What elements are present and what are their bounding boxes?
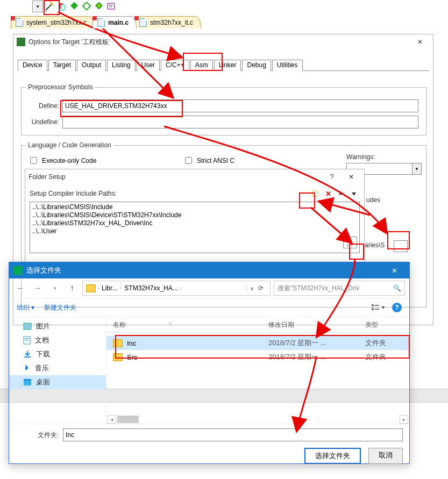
- svg-rect-18: [25, 338, 29, 339]
- folder-setup-dialog: Folder Setup ? ✕ Setup Compiler Include …: [25, 169, 365, 267]
- define-input[interactable]: [62, 99, 418, 112]
- svg-point-8: [109, 5, 110, 6]
- nav-up-icon[interactable]: ↑: [65, 281, 79, 295]
- horizontal-scrollbar[interactable]: ◂▸: [106, 415, 409, 424]
- breadcrumb[interactable]: Libr...: [102, 284, 117, 292]
- svg-rect-16: [24, 323, 31, 330]
- svg-rect-20: [24, 356, 31, 358]
- sidebar-item[interactable]: 文档: [9, 333, 106, 347]
- svg-point-0: [51, 3, 53, 5]
- svg-rect-13: [375, 305, 379, 306]
- path-entry[interactable]: ..\..\User: [32, 227, 357, 235]
- define-label: Define:: [31, 102, 59, 110]
- tab-user[interactable]: User: [137, 60, 160, 71]
- strict-ansi-checkbox[interactable]: Strict ANSI C: [183, 155, 234, 166]
- sidebar-item[interactable]: 下载: [9, 347, 106, 361]
- svg-point-9: [111, 5, 112, 6]
- app-icon: [13, 266, 22, 275]
- new-folder-button[interactable]: 新建文件夹: [44, 303, 76, 312]
- organize-menu[interactable]: 组织 ▾: [17, 303, 34, 312]
- palette-icon[interactable]: [105, 1, 117, 12]
- svg-rect-11: [312, 191, 318, 196]
- tab-utilities[interactable]: Utilities: [272, 60, 303, 71]
- warnings-label: Warnings:: [346, 153, 375, 161]
- column-header[interactable]: 类型: [365, 320, 403, 330]
- cancel-button[interactable]: 取消: [368, 448, 403, 464]
- tab-output[interactable]: Output: [77, 60, 106, 71]
- tab-ccpp[interactable]: C/C++: [161, 60, 189, 71]
- file-tab[interactable]: stm32h7xx_it.c: [134, 16, 201, 28]
- c-file-icon: [139, 18, 147, 27]
- help-icon[interactable]: ?: [322, 170, 342, 183]
- search-icon: 🔍: [393, 284, 401, 292]
- svg-point-10: [110, 6, 111, 8]
- select-folder-button[interactable]: 选择文件夹: [304, 448, 361, 464]
- file-tab-label: stm32h7xx_it.c: [150, 19, 193, 26]
- sidebar: 图片 文档 下载 音乐 桌面: [9, 317, 106, 424]
- close-icon[interactable]: ✕: [383, 262, 405, 278]
- wand-icon[interactable]: [44, 1, 55, 12]
- view-menu[interactable]: ▼: [371, 304, 386, 311]
- move-up-icon[interactable]: [335, 188, 347, 199]
- new-path-icon[interactable]: [309, 188, 321, 199]
- close-icon[interactable]: ✕: [410, 35, 430, 48]
- move-down-icon[interactable]: [348, 188, 360, 199]
- folder-name-input[interactable]: [63, 428, 403, 441]
- svg-rect-4: [83, 2, 90, 10]
- folder-row[interactable]: Inc 2018/7/2 星期一 ... 文件夹: [106, 336, 409, 350]
- folder-icon: [86, 284, 96, 292]
- tab-listing[interactable]: Listing: [107, 60, 136, 71]
- help-icon[interactable]: ?: [392, 303, 402, 312]
- close-icon[interactable]: ✕: [342, 170, 361, 183]
- folder-icon: [113, 339, 123, 347]
- file-tab-strip: system_stm32h7xx.c main.c stm32h7xx_it.c: [11, 16, 199, 28]
- folder-row[interactable]: Src 2018/7/2 星期一 ... 文件夹: [106, 350, 409, 364]
- tab-device[interactable]: Device: [18, 60, 47, 71]
- svg-rect-14: [372, 308, 374, 310]
- c-file-icon: [97, 18, 105, 27]
- path-entry[interactable]: ..\..\Libraries\STM32H7xx_HAL_Driver\Inc: [32, 219, 357, 227]
- include-paths-browse-button[interactable]: ...: [394, 240, 408, 252]
- sidebar-item[interactable]: 音乐: [9, 361, 106, 375]
- undefine-input[interactable]: [62, 116, 418, 128]
- dialog-title: Folder Setup: [29, 173, 66, 181]
- svg-rect-19: [25, 340, 29, 340]
- tab-target[interactable]: Target: [48, 60, 76, 71]
- path-browse-button[interactable]: ...: [343, 237, 357, 248]
- include-paths-list[interactable]: ..\..\Libraries\CMSIS\Include ..\..\Libr…: [30, 202, 360, 253]
- delete-path-icon[interactable]: ✕: [322, 188, 334, 199]
- path-entry[interactable]: ..\..\Libraries\CMSIS\Include: [32, 203, 357, 211]
- c-file-icon: [16, 18, 23, 27]
- diamond-outline-icon[interactable]: [81, 1, 93, 12]
- execute-only-checkbox[interactable]: Execute-only Code: [28, 155, 96, 166]
- nav-back-icon[interactable]: ←: [13, 281, 27, 295]
- tab-debug[interactable]: Debug: [242, 60, 271, 71]
- include-paths-label-tail: udes: [366, 196, 380, 204]
- toolbar-dropdown[interactable]: ▾: [32, 1, 43, 12]
- nav-recent-icon[interactable]: ▾: [48, 281, 62, 295]
- files-icon[interactable]: [56, 1, 68, 12]
- column-header[interactable]: 名称: [113, 321, 126, 328]
- file-tab[interactable]: main.c: [93, 16, 137, 28]
- file-tab[interactable]: system_stm32h7xx.c: [11, 16, 95, 28]
- include-paths-value-tail: aries\S: [365, 241, 385, 249]
- search-input[interactable]: 搜索"STM32H7xx_HAL_Driv 🔍: [274, 281, 405, 296]
- address-bar[interactable]: ›Libr...› STM32H7xx_HA...› ∨ ⟳: [82, 281, 271, 296]
- sidebar-item[interactable]: 图片: [9, 319, 106, 333]
- svg-rect-2: [61, 5, 65, 10]
- diamond-mixed-icon[interactable]: [93, 1, 105, 12]
- dialog-title: 选择文件夹: [26, 266, 61, 275]
- svg-rect-15: [375, 309, 379, 310]
- sidebar-item[interactable]: 桌面: [9, 375, 106, 389]
- group-caption: Language / Code Generation: [26, 141, 113, 149]
- tab-linker[interactable]: Linker: [214, 60, 241, 71]
- svg-rect-3: [70, 2, 78, 10]
- diamond-green-icon[interactable]: [68, 1, 80, 12]
- breadcrumb[interactable]: STM32H7xx_HA...: [124, 284, 177, 292]
- search-placeholder: 搜索"STM32H7xx_HAL_Driv: [278, 284, 359, 293]
- refresh-icon[interactable]: ⟳: [255, 284, 267, 292]
- tab-asm[interactable]: Asm: [190, 60, 213, 71]
- column-header[interactable]: 修改日期: [268, 320, 365, 330]
- path-entry[interactable]: ..\..\Libraries\CMSIS\Device\ST\STM32H7x…: [32, 211, 357, 219]
- file-tab-label: system_stm32h7xx.c: [26, 19, 87, 26]
